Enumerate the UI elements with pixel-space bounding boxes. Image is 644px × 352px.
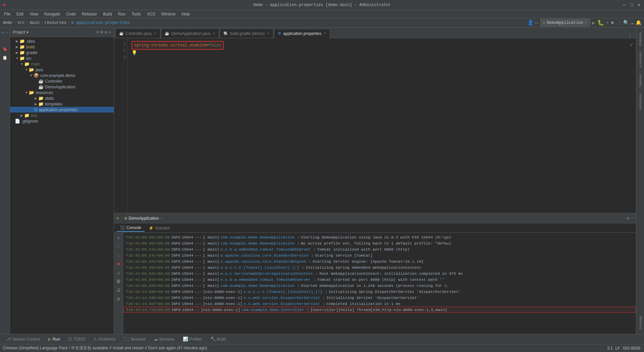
- tab-close-controller[interactable]: ✕: [154, 31, 157, 36]
- tree-item-src[interactable]: ▼ 📁 src: [10, 55, 114, 61]
- tree-item-test[interactable]: ▶ 📁 test: [10, 113, 114, 118]
- tab-close-application-properties[interactable]: ✕: [323, 31, 326, 36]
- debug-button[interactable]: 🐛: [597, 19, 604, 26]
- database-icon[interactable]: Database: [637, 71, 644, 91]
- line-ending[interactable]: LF: [615, 346, 620, 351]
- tree-item-gitignore[interactable]: 📄 .gitignore: [10, 118, 114, 124]
- tree-item-controller[interactable]: ☕ Controller: [10, 78, 114, 84]
- cursor-position[interactable]: 3:1: [607, 346, 613, 351]
- menu-run[interactable]: Run: [115, 11, 128, 17]
- menu-build[interactable]: Build: [100, 11, 115, 17]
- tab-build[interactable]: 🔨 Build: [207, 336, 229, 343]
- tab-profiler[interactable]: 📊 Profiler: [179, 336, 206, 343]
- run-tab-demoapplication[interactable]: DemoApplication ✕: [122, 215, 166, 222]
- properties-tab-icon: ⚙: [278, 31, 281, 36]
- stop-run-icon[interactable]: ■: [115, 260, 122, 268]
- tree-item-demoapplication[interactable]: ☕ DemoApplication: [10, 84, 114, 90]
- run-with-coverage-button[interactable]: ⚡: [606, 20, 609, 26]
- tab-close-build-gradle[interactable]: ✕: [267, 31, 270, 36]
- menu-refactor[interactable]: Refactor: [79, 11, 100, 17]
- minimize-button[interactable]: —: [622, 3, 627, 7]
- menu-tools[interactable]: Tools: [129, 11, 144, 17]
- tree-item-application-properties[interactable]: ⚙ application.properties: [10, 107, 114, 113]
- encoding[interactable]: ISO-8859-: [623, 346, 641, 351]
- run-configuration[interactable]: ▶ DemoApplication ▾: [540, 19, 590, 27]
- tree-item-resources[interactable]: ▼ 📂 resources: [10, 90, 114, 95]
- tab-close-demoapplication[interactable]: ✕: [212, 31, 215, 36]
- path-file[interactable]: ⚙ application.properties: [71, 20, 129, 25]
- tree-item-build[interactable]: ▶ 📁 build: [10, 44, 114, 50]
- tab-run[interactable]: ▶ Run: [45, 336, 63, 343]
- tab-terminal[interactable]: ⬛ Terminal: [120, 336, 149, 343]
- settings-icon[interactable]: ☁: [631, 20, 634, 26]
- run-panel-settings-icon[interactable]: ⚙: [627, 216, 629, 221]
- console-output[interactable]: T16:43:08.881+08:00 INFO 15844 --- [ mai…: [123, 233, 636, 334]
- run-tabs: ▶ DemoApplication ✕: [117, 215, 166, 222]
- scroll-to-end-icon[interactable]: ⬇: [115, 234, 122, 241]
- tab-services[interactable]: ☁ Services: [150, 336, 178, 343]
- tree-item-idea[interactable]: ▶ 📁 .idea: [10, 38, 114, 44]
- rerun-icon[interactable]: ↺: [115, 269, 122, 276]
- tree-item-main[interactable]: ▼ 📁 main: [10, 61, 114, 67]
- stop-button[interactable]: ■: [611, 20, 613, 26]
- project-icon[interactable]: Proj: [1, 29, 9, 37]
- tree-item-templates[interactable]: ▶ 📁 templates: [10, 101, 114, 107]
- run-panel-minimize-icon[interactable]: —: [631, 216, 633, 221]
- tab-version-control[interactable]: ⎇ Version Control: [3, 336, 43, 343]
- tab-problems[interactable]: ⚠ Problems: [90, 336, 119, 343]
- code-content[interactable]: spring.threads.virtual.enabled=false 💡: [127, 38, 636, 213]
- bookmarks-icon[interactable]: 🔖: [1, 45, 9, 53]
- notifications-icon[interactable]: Notifications: [637, 91, 644, 112]
- menu-file[interactable]: File: [1, 11, 13, 17]
- console-tab-actuator[interactable]: ⚡ Actuator: [145, 225, 173, 231]
- run-button[interactable]: ▶: [592, 19, 595, 26]
- tree-item-package[interactable]: ▼ 📦 com.example.demo: [10, 73, 114, 78]
- run-config-label: DemoApplication: [547, 20, 583, 25]
- static-folder-icon: 📁: [38, 96, 44, 101]
- scroll-up-icon[interactable]: ↑: [115, 243, 122, 250]
- endpoints-icon[interactable]: Endpoints: [637, 29, 644, 49]
- intention-bulb-icon[interactable]: 💡: [131, 50, 137, 56]
- run-tab-close-icon[interactable]: ✕: [160, 216, 163, 220]
- hide-panel-icon[interactable]: ✕: [108, 30, 111, 35]
- notification-icon[interactable]: 🔔: [636, 20, 641, 26]
- menu-edit[interactable]: Edit: [14, 11, 26, 17]
- clear-console-icon[interactable]: 🗑: [115, 278, 122, 285]
- collapse-all-icon[interactable]: ⊟: [97, 30, 99, 35]
- menu-help[interactable]: Help: [179, 11, 193, 17]
- menu-vcs[interactable]: VCS: [144, 11, 158, 17]
- ai-assistant-icon[interactable]: AI Assistant: [637, 50, 644, 70]
- more-tabs-icon[interactable]: ⋮: [625, 33, 635, 38]
- scroll-down-icon[interactable]: ↓: [115, 252, 122, 259]
- tab-todo[interactable]: ☑ TODO: [65, 336, 88, 343]
- menu-code[interactable]: Code: [63, 11, 78, 17]
- tab-demoapplication[interactable]: ☕ DemoApplication.java ✕: [161, 29, 219, 38]
- search-icon[interactable]: 🔍: [623, 20, 629, 26]
- settings-console-icon[interactable]: ⚙: [115, 295, 122, 303]
- panel-settings-icon[interactable]: ⚙: [104, 30, 107, 35]
- tab-build-gradle[interactable]: 🐘 build.gradle (demo) ✕: [220, 29, 273, 38]
- tab-controller[interactable]: ☕ Controller.java ✕: [115, 29, 160, 38]
- structure-icon[interactable]: 📋: [1, 54, 9, 62]
- menu-navigate[interactable]: Navigate: [42, 11, 63, 17]
- tree-item-java[interactable]: ▼ 📂 java: [10, 67, 114, 73]
- coverage-icon[interactable]: Coverage: [637, 312, 644, 333]
- tree-item-static[interactable]: ▶ 📁 static: [10, 95, 114, 101]
- path-demo[interactable]: demo: [3, 20, 12, 25]
- path-main[interactable]: main: [30, 20, 40, 25]
- path-resources[interactable]: resources: [45, 20, 66, 25]
- maximize-button[interactable]: □: [629, 3, 634, 7]
- back-icon[interactable]: ⟵: [535, 20, 538, 26]
- menu-window[interactable]: Window: [159, 11, 178, 17]
- print-icon[interactable]: 🖨: [115, 287, 122, 294]
- console-tab-console[interactable]: ⬛ Console: [117, 224, 145, 232]
- tree-item-gradle[interactable]: ▶ 📁 gradle: [10, 50, 114, 55]
- close-button[interactable]: ✕: [637, 3, 641, 7]
- menu-view[interactable]: View: [27, 11, 41, 17]
- project-dropdown-icon[interactable]: ▾: [26, 30, 29, 35]
- tab-application-properties[interactable]: ⚙ application.properties ✕: [274, 29, 330, 38]
- scroll-from-source-icon[interactable]: ⊞: [101, 30, 103, 35]
- line-numbers: 1 2 3: [114, 38, 127, 213]
- path-src[interactable]: src: [17, 20, 25, 25]
- tree-arrow-test: ▶: [19, 114, 24, 117]
